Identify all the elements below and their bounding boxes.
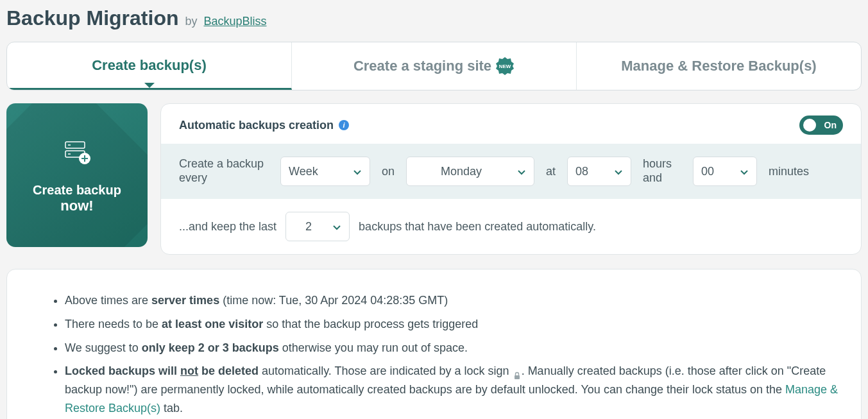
day-value: Monday [441,165,482,178]
hour-select[interactable]: 08 [567,157,631,186]
create-backup-now-button[interactable]: Create backup now! [6,103,148,247]
page-title: Backup Migration [6,6,178,30]
tab-create-staging[interactable]: Create a staging site NEW [292,42,577,90]
note-keep-count: We suggest to only keep 2 or 3 backups o… [65,339,839,357]
minutes-text: minutes [769,165,809,178]
info-icon[interactable]: i [339,120,349,130]
interval-value: Week [289,165,318,178]
auto-backup-settings: Automatic backups creation i On Create a… [160,103,862,255]
keep-count-select[interactable]: 2 [285,212,350,241]
day-select[interactable]: Monday [406,157,534,186]
server-plus-icon [60,137,94,173]
keep-count-value: 2 [305,220,312,234]
new-badge-icon: NEW [495,56,515,76]
chevron-down-icon [740,167,749,176]
lock-icon [513,368,522,377]
note-visitor: There needs to be at least one visitor s… [65,315,839,334]
notes-panel: Above times are server times (time now: … [6,269,862,419]
by-text: by [185,15,197,28]
interval-select[interactable]: Week [280,157,370,186]
at-text: at [546,165,556,178]
chevron-down-icon [614,167,623,176]
minute-value: 00 [701,165,714,178]
page-header: Backup Migration by BackupBliss [6,6,862,30]
chevron-down-icon [332,222,341,231]
create-card-line2: now! [60,198,93,214]
minute-select[interactable]: 00 [693,157,757,186]
on-text: on [382,165,395,178]
chevron-down-icon [353,167,362,176]
tab-staging-label: Create a staging site [353,58,491,74]
create-card-line1: Create backup [33,183,121,198]
note-locked-backups: Locked backups will not be deleted autom… [65,362,839,417]
toggle-label: On [824,120,837,130]
tab-create-label: Create backup(s) [92,57,207,74]
note-server-times: Above times are server times (time now: … [65,291,839,310]
keep-row: ...and keep the last 2 backups that have… [161,199,861,254]
tab-create-backups[interactable]: Create backup(s) [7,42,292,90]
brand-link[interactable]: BackupBliss [203,15,266,28]
schedule-row: Create a backup every Week on Monday at … [161,144,861,199]
settings-title: Automatic backups creation [179,119,334,132]
keep-pre-text: ...and keep the last [179,220,277,234]
tab-manage-restore[interactable]: Manage & Restore Backup(s) [577,42,861,90]
tab-manage-label: Manage & Restore Backup(s) [621,58,816,74]
svg-text:NEW: NEW [499,64,511,69]
tabs: Create backup(s) Create a staging site N… [6,42,862,90]
chevron-down-icon [517,167,526,176]
schedule-lead: Create a backup every [179,157,269,185]
auto-backup-toggle[interactable]: On [799,115,843,135]
hour-value: 08 [575,165,588,178]
keep-post-text: backups that have been created automatic… [359,220,596,234]
hours-and-text: hours and [643,157,681,185]
svg-rect-9 [515,375,520,379]
